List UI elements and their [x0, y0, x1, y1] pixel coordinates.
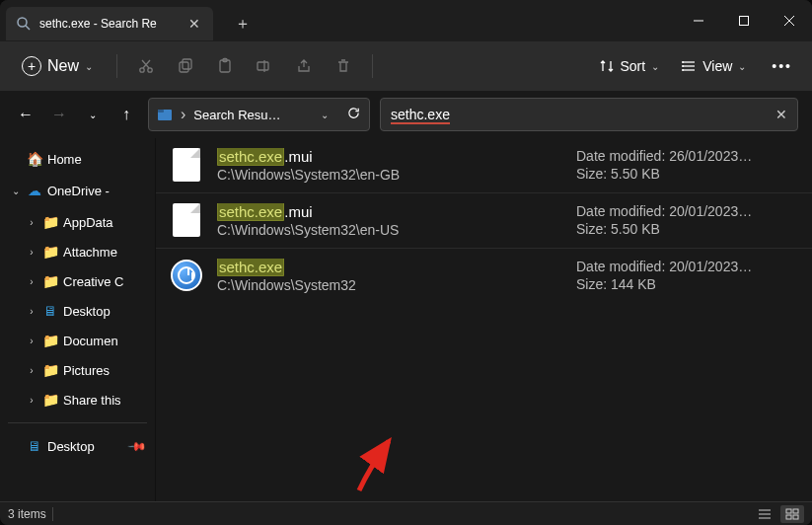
sidebar-item-label: Pictures — [63, 363, 110, 378]
tab-title: sethc.exe - Search Re — [39, 17, 178, 31]
sidebar-item-onedrive[interactable]: ⌄☁OneDrive - — [4, 176, 151, 205]
close-button[interactable] — [767, 0, 812, 41]
rename-button[interactable] — [248, 49, 281, 83]
copy-button[interactable] — [169, 49, 202, 83]
more-icon: ••• — [772, 58, 792, 74]
share-icon — [295, 57, 313, 75]
sidebar-item-home[interactable]: 🏠Home — [4, 144, 151, 174]
rename-icon — [256, 57, 273, 75]
sidebar-item-documen[interactable]: ›📁Documen — [4, 326, 151, 355]
svg-point-6 — [140, 68, 144, 72]
details-view-toggle[interactable] — [753, 505, 776, 523]
svg-rect-10 — [180, 62, 188, 72]
result-size: Size: 5.50 KB — [576, 221, 798, 237]
trash-icon — [334, 57, 352, 75]
result-path: C:\Windows\System32\en-US — [217, 222, 562, 238]
refresh-button[interactable] — [346, 106, 361, 124]
more-button[interactable]: ••• — [762, 58, 802, 74]
folder-icon: 📁 — [41, 214, 59, 230]
result-path: C:\Windows\System32 — [217, 277, 562, 293]
minimize-button[interactable] — [676, 0, 721, 41]
sidebar-item-desktop-pinned[interactable]: 🖥Desktop📌 — [4, 431, 151, 461]
view-button[interactable]: View ⌄ — [675, 58, 752, 74]
chevron-down-icon[interactable]: ⌄ — [321, 110, 329, 120]
separator — [116, 54, 117, 78]
share-button[interactable] — [287, 49, 321, 83]
file-icon — [173, 203, 200, 237]
result-date: Date modified: 20/01/2023… — [576, 259, 798, 274]
delete-button[interactable] — [327, 49, 360, 83]
chevron-right-icon[interactable]: › — [26, 217, 37, 228]
maximize-button[interactable] — [721, 0, 767, 41]
chevron-down-icon[interactable]: ⌄ — [81, 110, 105, 120]
separator — [52, 507, 53, 521]
chevron-right-icon[interactable]: › — [26, 365, 37, 376]
explorer-window: sethc.exe - Search Re ✕ ＋ + New ⌄ Sort — [0, 0, 812, 525]
navigation-bar: ← → ⌄ ↑ › Search Resu… ⌄ sethc.exe ✕ — [0, 91, 812, 138]
sidebar-item-label: AppData — [63, 215, 113, 230]
sort-button[interactable]: Sort ⌄ — [593, 58, 666, 74]
svg-line-1 — [26, 26, 30, 30]
paste-icon — [216, 57, 234, 75]
result-size: Size: 144 KB — [576, 276, 798, 292]
item-count: 3 items — [8, 507, 46, 521]
sidebar-item-label: Attachme — [63, 245, 117, 260]
separator — [372, 54, 373, 78]
chevron-right-icon[interactable]: › — [26, 306, 37, 317]
chevron-right-icon[interactable]: › — [26, 247, 37, 258]
chevron-right-icon[interactable]: › — [26, 336, 37, 346]
sidebar-item-label: Share this — [63, 393, 121, 408]
result-row[interactable]: sethc.exe.mui C:\Windows\System32\en-US … — [156, 192, 812, 248]
up-button[interactable]: ↑ — [114, 106, 138, 123]
new-tab-button[interactable]: ＋ — [227, 14, 258, 35]
sidebar-item-label: Desktop — [63, 304, 111, 319]
svg-point-7 — [148, 68, 152, 72]
application-icon — [171, 260, 202, 291]
content-view-toggle[interactable] — [780, 505, 804, 523]
results-pane: sethc.exe.mui C:\Windows\System32\en-GB … — [156, 138, 812, 501]
sidebar-item-desktop[interactable]: ›🖥Desktop — [4, 296, 151, 326]
window-tab[interactable]: sethc.exe - Search Re ✕ — [6, 7, 213, 40]
sidebar-item-appdata[interactable]: ›📁AppData — [4, 207, 151, 237]
chevron-right-icon[interactable]: › — [26, 276, 37, 287]
cut-button[interactable] — [129, 49, 163, 83]
forward-button[interactable]: → — [47, 106, 71, 123]
svg-rect-14 — [258, 62, 268, 70]
chevron-down-icon[interactable]: ⌄ — [10, 186, 22, 196]
result-size: Size: 5.50 KB — [576, 166, 798, 182]
svg-rect-28 — [793, 509, 798, 513]
sidebar-item-pictures[interactable]: ›📁Pictures — [4, 355, 151, 385]
chevron-right-icon[interactable]: › — [26, 395, 37, 406]
result-row[interactable]: sethc.exe C:\Windows\System32 Date modif… — [156, 248, 812, 303]
svg-rect-3 — [740, 17, 749, 26]
paste-button[interactable] — [208, 49, 242, 83]
address-bar[interactable]: › Search Resu… ⌄ — [148, 98, 370, 131]
window-controls — [676, 0, 812, 41]
onedrive-icon: ☁ — [26, 183, 43, 198]
search-text: sethc.exe — [391, 107, 450, 122]
file-icon — [173, 148, 200, 182]
sort-icon — [599, 58, 615, 74]
tab-close-icon[interactable]: ✕ — [185, 16, 203, 32]
svg-rect-11 — [183, 59, 191, 69]
clear-search-icon[interactable]: ✕ — [775, 107, 787, 122]
breadcrumb-text: Search Resu… — [193, 108, 313, 122]
folder-icon: 📁 — [41, 333, 59, 348]
plus-icon: + — [22, 56, 41, 76]
new-button[interactable]: + New ⌄ — [10, 49, 105, 83]
sidebar-item-creative-c[interactable]: ›📁Creative C — [4, 266, 151, 296]
svg-rect-30 — [793, 515, 798, 519]
sidebar-item-attachme[interactable]: ›📁Attachme — [4, 237, 151, 266]
sidebar-item-share-this[interactable]: ›📁Share this — [4, 385, 151, 414]
svg-point-21 — [682, 69, 684, 71]
svg-line-8 — [142, 60, 149, 68]
result-date: Date modified: 26/01/2023… — [576, 148, 798, 164]
folder-icon: 📁 — [41, 244, 59, 260]
result-row[interactable]: sethc.exe.mui C:\Windows\System32\en-GB … — [156, 138, 812, 192]
search-icon — [16, 16, 32, 32]
search-input[interactable]: sethc.exe ✕ — [380, 98, 798, 131]
back-button[interactable]: ← — [14, 106, 37, 123]
chevron-down-icon: ⌄ — [85, 61, 93, 72]
svg-point-20 — [682, 65, 684, 67]
desktop-icon: 🖥 — [26, 438, 43, 454]
